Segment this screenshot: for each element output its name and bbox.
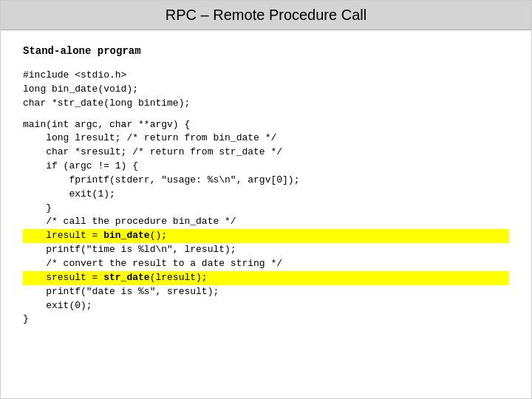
code-line-fprintf: fprintf(stderr, "usage: %s\n", argv[0]); (23, 174, 509, 188)
code-line-comment-convert: /* convert the result to a date string *… (23, 257, 509, 271)
content-area: Stand-alone program #include <stdio.h> l… (1, 30, 531, 341)
code-line-include: #include <stdio.h> (23, 69, 509, 83)
code-line-comment-call: /* call the procedure bin_date */ (23, 215, 509, 229)
page-title: RPC – Remote Procedure Call (1, 1, 531, 30)
code-line-close-main: } (23, 313, 509, 327)
code-line-exit0: exit(0); (23, 299, 509, 313)
code-line-printf-time: printf("time is %ld\n", lresult); (23, 243, 509, 257)
code-line-if: if (argc != 1) { (23, 160, 509, 174)
code-line-close-if: } (23, 202, 509, 216)
code-line-printf-date: printf("date is %s", sresult); (23, 285, 509, 299)
code-line-sresult-assign: sresult = str_date(lresult); (23, 271, 509, 285)
code-line-exit1: exit(1); (23, 188, 509, 202)
section-label: Stand-alone program (23, 45, 509, 57)
page-container: RPC – Remote Procedure Call Stand-alone … (0, 0, 532, 399)
code-line-main: main(int argc, char **argv) { (23, 118, 509, 132)
code-line-blank1 (23, 111, 509, 118)
code-line-lresult-decl: long lresult; /* return from bin_date */ (23, 132, 509, 146)
code-line-strdate-decl: char *str_date(long bintime); (23, 97, 509, 111)
code-line-lresult-assign: lresult = bin_date(); (23, 229, 509, 243)
title-text: RPC – Remote Procedure Call (166, 7, 366, 23)
code-line-sresult-decl: char *sresult; /* return from str_date *… (23, 146, 509, 160)
code-line-bindate-decl: long bin_date(void); (23, 83, 509, 97)
code-block: #include <stdio.h> long bin_date(void); … (23, 69, 509, 327)
